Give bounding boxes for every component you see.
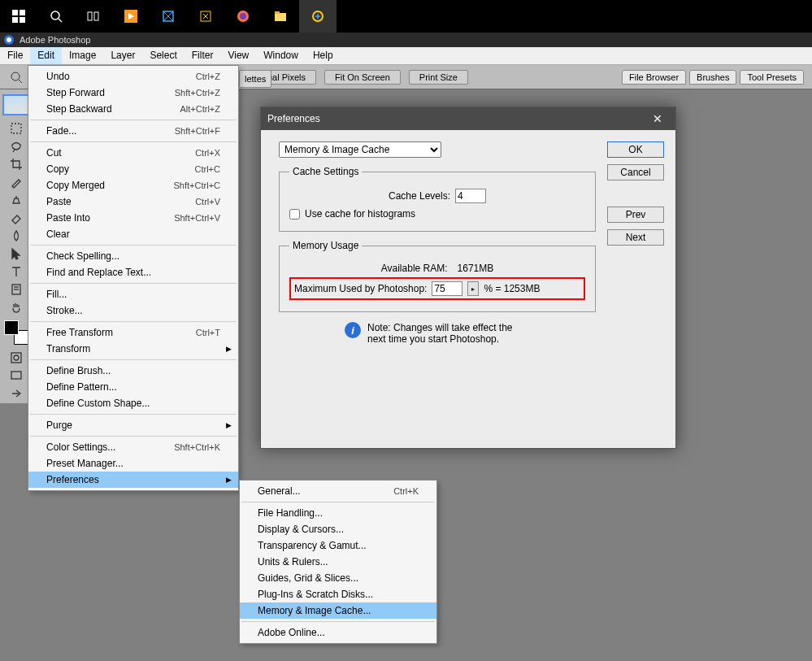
menu-help[interactable]: Help [306, 47, 341, 64]
svg-rect-6 [88, 12, 92, 20]
quick-mask-toggle[interactable] [8, 350, 24, 366]
menu-item-display-cursors[interactable]: Display & Cursors... [240, 521, 436, 537]
menu-item-adobe-online[interactable]: Adobe Online... [240, 624, 436, 641]
fit-on-screen-button[interactable]: Fit On Screen [324, 70, 401, 85]
menu-item-preset-manager[interactable]: Preset Manager... [28, 455, 238, 472]
menu-item-file-handling[interactable]: File Handling... [240, 505, 436, 521]
max-memory-label: Maximum Used by Photoshop: [294, 283, 427, 294]
menu-item-paste[interactable]: PasteCtrl+V [28, 194, 238, 210]
menu-item-free-transform[interactable]: Free TransformCtrl+T [28, 324, 238, 341]
menu-window[interactable]: Window [256, 47, 306, 64]
type-tool[interactable] [8, 263, 24, 280]
task-view-icon[interactable] [75, 0, 112, 33]
svg-rect-27 [11, 353, 21, 363]
clone-stamp-tool[interactable] [8, 192, 24, 208]
crop-tool[interactable] [8, 156, 24, 172]
menu-item-define-custom-shape[interactable]: Define Custom Shape... [28, 395, 238, 411]
menu-item-define-brush[interactable]: Define Brush... [28, 363, 238, 379]
menu-item-stroke[interactable]: Stroke... [28, 302, 238, 319]
menu-item-preferences[interactable]: Preferences▶ [28, 472, 238, 488]
menu-item-general[interactable]: General...Ctrl+K [240, 483, 436, 499]
preferences-submenu: General...Ctrl+KFile Handling...Display … [239, 480, 437, 644]
dialog-titlebar: Preferences ✕ [261, 107, 675, 130]
search-icon[interactable] [37, 0, 75, 33]
prefs-section-select[interactable]: Memory & Image Cache [279, 141, 441, 158]
menu-image[interactable]: Image [62, 47, 103, 64]
dialog-title: Preferences [267, 113, 646, 124]
hand-tool[interactable] [8, 299, 24, 315]
print-size-button[interactable]: Print Size [409, 70, 468, 85]
memory-spinner[interactable]: ▸ [467, 281, 479, 296]
prev-button[interactable]: Prev [607, 207, 664, 223]
submenu-arrow-icon: ▶ [226, 421, 232, 429]
max-memory-input[interactable] [432, 281, 462, 296]
blur-tool[interactable] [8, 228, 24, 244]
color-swatches[interactable] [4, 320, 28, 345]
menu-item-transform[interactable]: Transform▶ [28, 341, 238, 357]
palette-tab-brushes[interactable]: Brushes [689, 70, 736, 85]
menu-filter[interactable]: Filter [185, 47, 221, 64]
menu-item-units-rulers[interactable]: Units & Rulers... [240, 554, 436, 570]
menu-item-plug-ins-scratch-disks[interactable]: Plug-Ins & Scratch Disks... [240, 586, 436, 602]
eraser-tool[interactable] [8, 210, 24, 226]
svg-point-28 [14, 355, 19, 360]
menu-item-guides-grid-slices[interactable]: Guides, Grid & Slices... [240, 570, 436, 586]
jump-to-imageready[interactable] [8, 385, 24, 402]
menu-item-purge[interactable]: Purge▶ [28, 417, 238, 433]
menu-item-check-spelling[interactable]: Check Spelling... [28, 248, 238, 264]
info-icon: i [345, 322, 361, 338]
close-icon[interactable]: ✕ [646, 112, 669, 125]
navigator-thumb[interactable] [2, 94, 30, 115]
move-tool[interactable] [8, 246, 24, 262]
menu-select[interactable]: Select [142, 47, 184, 64]
histogram-cache-checkbox[interactable]: Use cache for histograms [289, 208, 585, 220]
palettes-toggle[interactable]: lettes [239, 70, 271, 88]
palette-tab-file-browser[interactable]: File Browser [622, 70, 686, 85]
ok-button[interactable]: OK [607, 141, 664, 158]
cache-settings-group: Cache Settings Cache Levels: Use cache f… [279, 166, 596, 232]
restart-note: i Note: Changes will take effect the nex… [279, 322, 596, 345]
menu-item-copy[interactable]: CopyCtrl+C [28, 161, 238, 177]
cancel-button[interactable]: Cancel [607, 164, 664, 180]
taskbar-app-3[interactable] [187, 0, 224, 33]
healing-brush-tool[interactable] [8, 174, 24, 190]
svg-rect-17 [275, 11, 280, 14]
max-memory-row: Maximum Used by Photoshop: ▸ % = 1253MB [289, 277, 585, 300]
menu-view[interactable]: View [220, 47, 256, 64]
taskbar-app-6[interactable] [299, 0, 337, 33]
menu-item-fade[interactable]: Fade...Shft+Ctrl+F [28, 123, 238, 139]
palette-tab-tool-presets[interactable]: Tool Presets [740, 70, 804, 85]
menu-item-undo[interactable]: UndoCtrl+Z [28, 68, 238, 85]
menu-item-paste-into[interactable]: Paste IntoShft+Ctrl+V [28, 210, 238, 226]
menu-item-step-forward[interactable]: Step ForwardShft+Ctrl+Z [28, 85, 238, 101]
firefox-icon[interactable] [224, 0, 262, 33]
menu-item-step-backward[interactable]: Step BackwardAlt+Ctrl+Z [28, 101, 238, 117]
marquee-tool[interactable] [8, 120, 24, 137]
taskbar-app-2[interactable] [150, 0, 187, 33]
preferences-dialog: Preferences ✕ Memory & Image Cache Cache… [260, 107, 676, 449]
taskbar-app-1[interactable] [112, 0, 150, 33]
cache-levels-input[interactable] [455, 189, 486, 203]
menu-item-cut[interactable]: CutCtrl+X [28, 145, 238, 161]
next-button[interactable]: Next [607, 229, 664, 246]
menu-item-clear[interactable]: Clear [28, 226, 238, 242]
start-button[interactable] [0, 0, 37, 33]
menu-item-find-and-replace-text[interactable]: Find and Replace Text... [28, 264, 238, 280]
menu-edit[interactable]: Edit [30, 47, 62, 64]
svg-point-4 [51, 11, 59, 20]
explorer-icon[interactable] [262, 0, 299, 33]
screen-mode-toggle[interactable] [8, 367, 24, 384]
menu-layer[interactable]: Layer [103, 47, 142, 64]
menu-file[interactable]: File [0, 47, 30, 64]
menu-item-transparency-gamut[interactable]: Transparency & Gamut... [240, 537, 436, 554]
svg-rect-2 [12, 17, 18, 23]
menu-item-fill[interactable]: Fill... [28, 286, 238, 302]
edit-menu-dropdown: UndoCtrl+ZStep ForwardShft+Ctrl+ZStep Ba… [28, 65, 239, 491]
lasso-tool[interactable] [8, 138, 24, 154]
menu-item-memory-image-cache[interactable]: Memory & Image Cache... [240, 602, 436, 619]
menu-item-define-pattern[interactable]: Define Pattern... [28, 379, 238, 395]
notes-tool[interactable] [8, 281, 24, 298]
menu-item-copy-merged[interactable]: Copy MergedShft+Ctrl+C [28, 177, 238, 194]
available-ram-value: 1671MB [458, 263, 494, 274]
menu-item-color-settings[interactable]: Color Settings...Shft+Ctrl+K [28, 439, 238, 455]
